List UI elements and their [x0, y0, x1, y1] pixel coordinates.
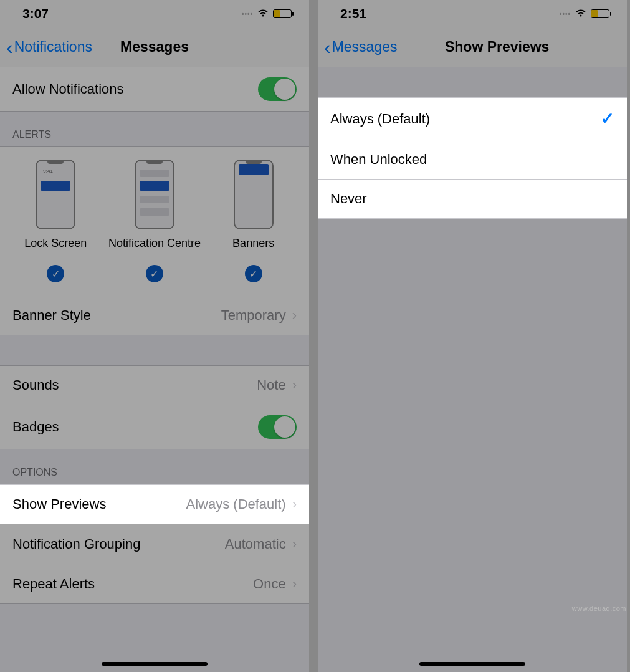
status-time: 2:51	[340, 6, 366, 21]
show-previews-value: Always (Default)	[186, 496, 286, 512]
notification-centre-label: Notification Centre	[108, 237, 201, 250]
banners-preview-icon	[234, 160, 274, 229]
badges-label: Badges	[12, 419, 59, 435]
alert-lock-screen[interactable]: 9:41 Lock Screen	[9, 160, 102, 259]
option-always[interactable]: Always (Default) ✓	[318, 97, 627, 140]
banners-check-icon[interactable]: ✓	[245, 265, 262, 282]
option-label: Never	[330, 191, 367, 207]
notification-grouping-row[interactable]: Notification Grouping Automatic ›	[0, 524, 309, 564]
back-button[interactable]: ‹ Messages	[318, 37, 397, 57]
chevron-right-icon: ›	[292, 307, 297, 324]
preview-time: 9:41	[43, 168, 53, 174]
repeat-alerts-value: Once	[253, 576, 286, 592]
watermark: www.deuaq.com	[572, 605, 626, 612]
chevron-right-icon: ›	[292, 536, 297, 552]
cellular-dots-icon: ••••	[242, 11, 253, 17]
badges-row[interactable]: Badges	[0, 405, 309, 449]
option-label: Always (Default)	[330, 111, 430, 127]
left-screenshot: 3:07 •••• ‹ Notifications Messages Allow…	[0, 0, 309, 672]
show-previews-row[interactable]: Show Previews Always (Default) ›	[0, 484, 309, 524]
lock-screen-label: Lock Screen	[9, 237, 102, 250]
banner-style-row[interactable]: Banner Style Temporary ›	[0, 295, 309, 335]
notification-centre-preview-icon	[135, 160, 174, 229]
status-right: ••••	[560, 7, 609, 21]
badges-toggle[interactable]	[258, 415, 297, 439]
allow-notifications-toggle[interactable]	[258, 77, 297, 101]
repeat-alerts-row[interactable]: Repeat Alerts Once ›	[0, 564, 309, 604]
home-indicator[interactable]	[102, 662, 208, 666]
chevron-left-icon: ‹	[6, 37, 13, 57]
notification-centre-check-icon[interactable]: ✓	[146, 265, 163, 282]
notification-grouping-value: Automatic	[225, 536, 286, 552]
nav-bar: ‹ Messages Show Previews	[318, 27, 627, 67]
checkmark-icon: ✓	[601, 109, 614, 128]
alerts-header: ALERTS	[0, 112, 309, 146]
wifi-icon	[257, 7, 269, 21]
option-never[interactable]: Never	[318, 180, 627, 219]
alerts-checks: ✓ ✓ ✓	[0, 265, 309, 295]
cellular-dots-icon: ••••	[560, 11, 571, 17]
sounds-value: Note	[257, 377, 285, 393]
status-bar: 2:51 ••••	[318, 0, 627, 27]
sounds-row[interactable]: Sounds Note ›	[0, 365, 309, 405]
nav-bar: ‹ Notifications Messages	[0, 27, 309, 67]
alert-notification-centre[interactable]: Notification Centre	[108, 160, 201, 259]
chevron-right-icon: ›	[292, 576, 297, 592]
notification-grouping-label: Notification Grouping	[12, 536, 140, 552]
preview-options-group: Always (Default) ✓ When Unlocked Never	[318, 97, 627, 219]
lock-screen-preview-icon: 9:41	[36, 160, 75, 229]
chevron-left-icon: ‹	[324, 37, 331, 57]
banner-style-label: Banner Style	[12, 307, 91, 324]
show-previews-label: Show Previews	[12, 496, 106, 512]
status-time: 3:07	[22, 6, 49, 21]
wifi-icon	[575, 7, 587, 21]
back-label: Messages	[332, 39, 398, 55]
chevron-right-icon: ›	[292, 377, 297, 393]
back-label: Notifications	[14, 39, 92, 55]
sounds-label: Sounds	[12, 377, 59, 393]
nav-title: Messages	[120, 39, 189, 55]
battery-icon	[273, 9, 292, 18]
banners-label: Banners	[207, 237, 300, 250]
option-label: When Unlocked	[330, 151, 427, 168]
options-header: OPTIONS	[0, 449, 309, 484]
alert-banners[interactable]: Banners	[207, 160, 300, 259]
lock-screen-check-icon[interactable]: ✓	[47, 265, 64, 282]
chevron-right-icon: ›	[292, 496, 297, 512]
right-screenshot: 2:51 •••• ‹ Messages Show Previews Alway…	[318, 0, 627, 672]
home-indicator[interactable]	[419, 662, 525, 666]
banner-style-value: Temporary	[221, 307, 286, 324]
back-button[interactable]: ‹ Notifications	[0, 37, 92, 57]
option-when-unlocked[interactable]: When Unlocked	[318, 140, 627, 180]
allow-notifications-label: Allow Notifications	[12, 81, 124, 97]
status-bar: 3:07 ••••	[0, 0, 309, 27]
status-right: ••••	[242, 7, 292, 21]
repeat-alerts-label: Repeat Alerts	[12, 576, 95, 592]
battery-icon	[591, 9, 609, 18]
allow-notifications-row[interactable]: Allow Notifications	[0, 67, 309, 112]
nav-title: Show Previews	[445, 39, 549, 55]
alerts-row: 9:41 Lock Screen Notification Centre Ban…	[0, 146, 309, 265]
